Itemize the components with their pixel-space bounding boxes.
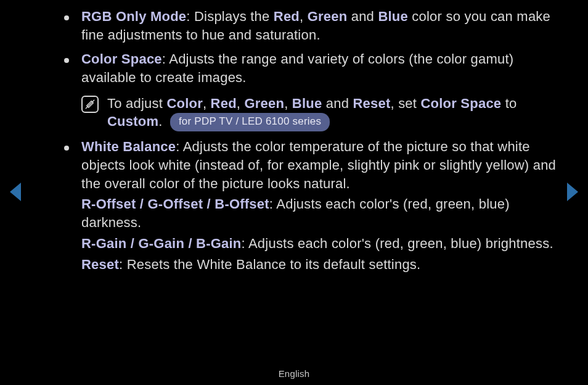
link-red: Red — [211, 96, 237, 111]
manual-body: RGB Only Mode: Displays the Red, Green a… — [54, 7, 558, 279]
nav-next[interactable] — [565, 183, 579, 201]
link-blue: Blue — [378, 9, 408, 24]
item-rgb-only-mode: RGB Only Mode: Displays the Red, Green a… — [54, 7, 558, 44]
item-color-space: Color Space: Adjusts the range and varie… — [54, 50, 558, 131]
sub-r-gain: R-Gain / G-Gain / B-Gain: Adjusts each c… — [81, 234, 558, 253]
term-offset: R-Offset / G-Offset / B-Offset — [81, 196, 269, 212]
svg-marker-1 — [567, 183, 578, 201]
item-white-balance: White Balance: Adjusts the color tempera… — [54, 138, 558, 273]
text: To adjust — [107, 96, 166, 111]
link-green: Green — [245, 96, 285, 111]
chevron-left-icon — [9, 183, 23, 201]
note-icon — [81, 96, 99, 113]
term-white-balance: White Balance — [81, 139, 176, 154]
text: . — [158, 114, 166, 129]
link-color: Color — [166, 96, 203, 111]
link-green: Green — [308, 9, 348, 24]
term-rgb-only-mode: RGB Only Mode — [81, 9, 186, 24]
link-blue: Blue — [292, 96, 322, 111]
text: to — [501, 96, 517, 111]
term-color-space: Color Space — [81, 51, 162, 67]
text: , set — [390, 96, 420, 111]
text: , — [300, 9, 308, 24]
text: : Adjusts each color's (red, green, blue… — [242, 236, 553, 251]
svg-marker-0 — [10, 183, 21, 201]
link-reset: Reset — [353, 96, 390, 111]
sub-r-offset: R-Offset / G-Offset / B-Offset: Adjusts … — [81, 195, 558, 231]
text: and — [347, 9, 378, 24]
term-reset: Reset — [81, 257, 119, 272]
value-custom: Custom — [107, 114, 158, 129]
sub-reset: Reset: Resets the White Balance to its d… — [81, 255, 558, 274]
note-text: To adjust Color, Red, Green, Blue and Re… — [107, 94, 558, 132]
text: : Resets the White Balance to its defaul… — [119, 257, 420, 272]
page-language: English — [0, 368, 588, 380]
model-badge: for PDP TV / LED 6100 series — [170, 113, 330, 131]
nav-prev[interactable] — [9, 183, 23, 201]
term-gain: R-Gain / G-Gain / B-Gain — [81, 236, 242, 251]
chevron-right-icon — [565, 183, 579, 201]
link-color-space: Color Space — [421, 96, 502, 111]
text: : Displays the — [186, 9, 273, 24]
note-color-space: To adjust Color, Red, Green, Blue and Re… — [81, 94, 558, 132]
link-red: Red — [274, 9, 300, 24]
